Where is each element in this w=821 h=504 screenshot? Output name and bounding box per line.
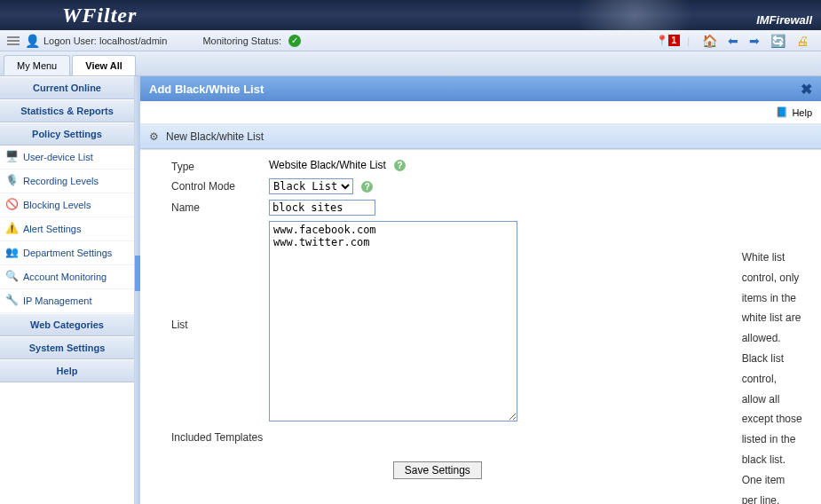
alert-badge[interactable]: 📍 1 <box>656 35 681 46</box>
brand-label: IMFirewall <box>756 13 812 27</box>
info-line-2: Black list control, allow all except tho… <box>742 349 803 470</box>
tab-my-menu[interactable]: My Menu <box>4 55 70 75</box>
sidebar-item-recording-levels[interactable]: 🎙️Recording Levels <box>0 169 134 193</box>
sidebar-item-blocking-levels[interactable]: 🚫Blocking Levels <box>0 193 134 217</box>
list-label: List <box>140 221 269 424</box>
logon-user-label: Logon User: localhost/admin <box>43 35 167 46</box>
info-line-1: White list control, only items in the wh… <box>742 248 803 349</box>
content-subheader: ⚙ New Black/white List <box>140 124 821 149</box>
sidebar-section-current-online[interactable]: Current Online <box>0 76 134 99</box>
sidebar-section-system-settings[interactable]: System Settings <box>0 336 134 359</box>
forward-icon[interactable]: ➡ <box>749 34 760 48</box>
block-icon: 🚫 <box>5 198 18 210</box>
sidebar-item-alert-settings[interactable]: ⚠️Alert Settings <box>0 217 134 241</box>
sidebar-section-web-categories[interactable]: Web Categories <box>0 313 134 336</box>
subheader-label: New Black/white List <box>166 130 264 143</box>
gear-icon: ⚙ <box>149 130 159 143</box>
info-panel: White list control, only items in the wh… <box>735 159 812 495</box>
save-settings-button[interactable]: Save Settings <box>393 461 482 479</box>
sidebar-item-ip-management[interactable]: 🔧IP Management <box>0 289 134 313</box>
sidebar-section-stats-reports[interactable]: Statistics & Reports <box>0 99 134 122</box>
type-value: Website Black/White List <box>269 159 386 171</box>
refresh-icon[interactable]: 🔄 <box>770 34 785 48</box>
monitoring-status-label: Monitoring Status: <box>202 35 281 46</box>
help-control-mode-icon[interactable]: ? <box>361 181 373 193</box>
tab-view-all[interactable]: View All <box>72 55 136 75</box>
back-icon[interactable]: ⬅ <box>728 34 738 48</box>
list-textarea[interactable] <box>269 221 517 421</box>
sidebar: Current Online Statistics & Reports Poli… <box>0 76 135 504</box>
included-templates-label: Included Templates <box>140 429 269 444</box>
content-title-bar: Add Black/White List ✖ <box>140 76 821 101</box>
home-icon[interactable]: 🏠 <box>702 34 717 48</box>
menu-icon[interactable] <box>7 36 20 45</box>
content-panel: Add Black/White List ✖ 📘 Help ⚙ New Blac… <box>140 76 821 504</box>
sidebar-section-policy-settings[interactable]: Policy Settings <box>0 122 134 146</box>
help-label[interactable]: Help <box>792 107 812 118</box>
type-label: Type <box>140 159 269 173</box>
top-toolbar: 👤 Logon User: localhost/admin Monitoring… <box>0 30 821 51</box>
ip-icon: 🔧 <box>5 294 18 306</box>
tab-bar: My Menu View All <box>0 51 821 76</box>
sidebar-item-label: IP Management <box>23 295 91 306</box>
sidebar-section-help[interactable]: Help <box>0 359 134 382</box>
app-header: WFilter IMFirewall <box>0 0 821 30</box>
status-ok-icon: ✓ <box>288 35 301 47</box>
sidebar-item-label: Department Settings <box>23 248 112 258</box>
sidebar-item-label: Alert Settings <box>23 224 81 234</box>
sidebar-item-account-monitoring[interactable]: 🔍Account Monitoring <box>0 265 134 289</box>
account-icon: 🔍 <box>5 270 18 282</box>
sidebar-item-label: Blocking Levels <box>23 200 91 210</box>
dept-icon: 👥 <box>5 246 18 258</box>
sidebar-item-department-settings[interactable]: 👥Department Settings <box>0 241 134 265</box>
close-icon[interactable]: ✖ <box>801 81 812 98</box>
content-title: Add Black/White List <box>149 83 264 96</box>
splitter-handle[interactable] <box>135 256 140 291</box>
help-bar: 📘 Help <box>140 101 821 124</box>
help-icon[interactable]: 📘 <box>776 106 788 118</box>
name-label: Name <box>140 200 269 216</box>
user-icon: 👤 <box>25 34 40 48</box>
name-input[interactable] <box>269 200 375 216</box>
info-line-3: One item per line. Wildcard(*,?) support… <box>742 470 803 504</box>
control-mode-select[interactable]: Black List <box>269 178 353 194</box>
record-icon: 🎙️ <box>5 174 18 186</box>
monitor-icon: 🖥️ <box>5 150 18 162</box>
app-logo: WFilter <box>62 4 137 28</box>
header-decoration <box>555 0 714 30</box>
help-type-icon[interactable]: ? <box>394 160 406 171</box>
sidebar-item-label: Recording Levels <box>23 176 99 186</box>
sidebar-item-user-device-list[interactable]: 🖥️User-device List <box>0 146 134 169</box>
print-icon[interactable]: 🖨 <box>796 34 809 48</box>
sidebar-item-label: User-device List <box>23 152 93 162</box>
splitter[interactable] <box>135 76 140 504</box>
alert-count: 1 <box>668 35 681 46</box>
alert-icon: ⚠️ <box>5 222 18 234</box>
sidebar-item-label: Account Monitoring <box>23 272 107 282</box>
alert-pin-icon: 📍 <box>656 35 668 46</box>
control-mode-label: Control Mode <box>140 178 269 194</box>
